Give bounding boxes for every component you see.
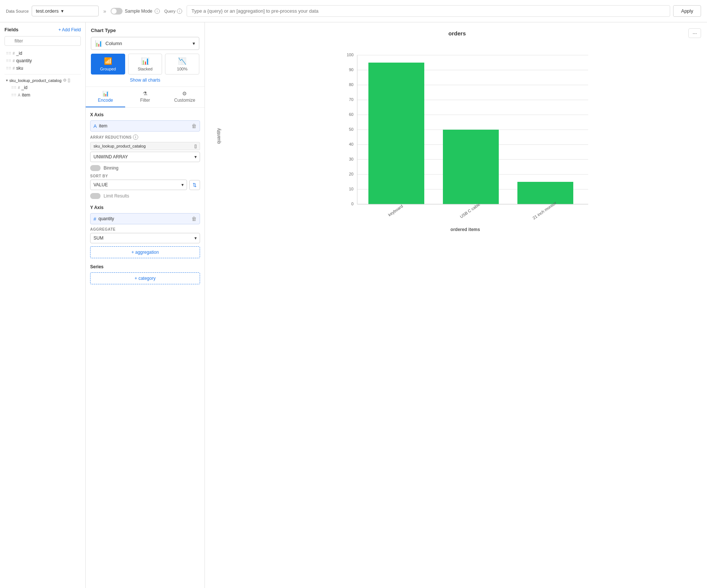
query-info-icon[interactable]: i xyxy=(177,9,182,14)
chart-variant-100[interactable]: 📉 100% xyxy=(165,54,199,75)
lookup-group: ▾ sku_lookup_product_catalog ⚙ [] ⠿⠿ _id… xyxy=(4,77,81,99)
apply-button[interactable]: Apply xyxy=(673,5,701,17)
field-name: quantity xyxy=(16,58,32,63)
fields-filter-input[interactable] xyxy=(4,36,81,46)
grouped-chart-icon: 📶 xyxy=(104,57,112,65)
datasource-section: Data Source test.orders ▾ xyxy=(6,6,99,16)
limit-row: Limit Results xyxy=(90,193,200,199)
array-reductions-label: ARRAY REDUCTIONS i xyxy=(90,135,200,140)
add-aggregation-button[interactable]: + aggregation xyxy=(90,246,200,258)
add-field-button[interactable]: + Add Field xyxy=(58,27,81,32)
sort-select[interactable]: VALUE ▾ xyxy=(90,180,187,190)
lookup-field-item[interactable]: ⠿⠿ item xyxy=(10,91,81,99)
drag-handle-icon: ⠿⠿ xyxy=(6,66,11,70)
array-reductions: ARRAY REDUCTIONS i sku_lookup_product_ca… xyxy=(90,135,200,162)
datasource-chevron-icon: ▾ xyxy=(61,8,64,14)
svg-text:70: 70 xyxy=(349,97,354,102)
y-axis-field-pill: quantity 🗑 xyxy=(90,213,200,224)
lookup-header[interactable]: ▾ sku_lookup_product_catalog ⚙ [] xyxy=(4,77,81,84)
fields-title: Fields xyxy=(4,27,19,32)
sort-row: VALUE ▾ ⇅ xyxy=(90,180,200,190)
field-name: item xyxy=(22,92,31,98)
filter-tab-icon: ⚗ xyxy=(143,91,148,97)
array-reduction-dropdown[interactable]: UNWIND ARRAY ▾ xyxy=(90,152,200,162)
fields-panel: Fields + Add Field 🔍 ⠿⠿ _id ⠿⠿ quantity … xyxy=(0,22,86,588)
tab-encode[interactable]: 📊 Encode xyxy=(86,87,125,107)
svg-text:0: 0 xyxy=(351,202,354,206)
top-bar: Data Source test.orders ▾ » Sample Mode … xyxy=(0,0,707,22)
x-axis-field-pill: A item 🗑 xyxy=(90,120,200,132)
chart-menu-button[interactable]: ··· xyxy=(688,28,701,38)
y-axis-field-name: quantity xyxy=(98,216,114,221)
svg-text:20: 20 xyxy=(349,172,354,176)
fields-header: Fields + Add Field xyxy=(4,27,81,32)
lookup-children: ⠿⠿ _id ⠿⠿ item xyxy=(4,84,81,99)
series-label: Series xyxy=(90,264,200,269)
chart-variant-grouped[interactable]: 📶 Grouped xyxy=(91,54,125,75)
chart-variants: 📶 Grouped 📊 Stacked 📉 100% xyxy=(91,54,199,75)
svg-text:30: 30 xyxy=(349,157,354,161)
array-reduction-chevron-icon: ▾ xyxy=(194,154,197,159)
sample-mode-label: Sample Mode xyxy=(125,9,152,14)
query-row: Apply xyxy=(187,5,701,17)
field-pill-number-icon xyxy=(93,216,96,222)
chart-panel: orders ··· quantity 0 10 20 30 40 xyxy=(205,22,707,588)
chart-type-select[interactable]: 📊 Column ▾ xyxy=(91,37,199,50)
field-item-id[interactable]: ⠿⠿ _id xyxy=(4,50,81,57)
field-item-quantity[interactable]: ⠿⠿ quantity xyxy=(4,57,81,64)
array-source: sku_lookup_product_catalog [] xyxy=(90,142,200,150)
svg-text:10: 10 xyxy=(349,187,354,191)
field-pill-left: A item xyxy=(93,123,107,129)
sort-direction-button[interactable]: ⇅ xyxy=(189,180,200,190)
add-category-button[interactable]: + category xyxy=(90,272,200,284)
sort-by-label: SORT BY xyxy=(90,174,200,178)
limit-label: Limit Results xyxy=(104,193,129,199)
bar-usb xyxy=(443,130,499,204)
array-reductions-info-icon[interactable]: i xyxy=(133,135,138,140)
field-type-text-icon xyxy=(18,93,20,97)
bar-label-keyboard: keyboard xyxy=(387,204,404,217)
bar-monitor xyxy=(517,182,573,204)
query-input[interactable] xyxy=(187,5,670,17)
array-source-icons: [] xyxy=(194,144,197,148)
chart-header: orders ··· xyxy=(211,28,701,38)
sample-mode-info-icon[interactable]: i xyxy=(155,9,160,14)
aggregate-label: AGGREGATE xyxy=(90,227,200,231)
svg-text:60: 60 xyxy=(349,112,354,117)
column-chart-icon: 📊 xyxy=(95,40,102,47)
bar-label-usb: USB C cable xyxy=(459,202,481,219)
svg-text:90: 90 xyxy=(349,67,354,72)
datasource-select[interactable]: test.orders ▾ xyxy=(32,6,99,16)
show-all-charts-button[interactable]: Show all charts xyxy=(91,78,199,83)
arrow-right-icon: » xyxy=(103,8,106,14)
field-pill-delete-button[interactable]: 🗑 xyxy=(191,123,197,129)
binning-label: Binning xyxy=(104,165,118,171)
lookup-field-id[interactable]: ⠿⠿ _id xyxy=(10,84,81,91)
tab-filter[interactable]: ⚗ Filter xyxy=(125,87,165,107)
y-field-pill-delete-button[interactable]: 🗑 xyxy=(191,216,197,222)
lookup-chevron-icon: ▾ xyxy=(6,78,8,82)
field-type-number-icon xyxy=(13,59,15,63)
datasource-value: test.orders xyxy=(36,8,58,14)
chart-variant-stacked[interactable]: 📊 Stacked xyxy=(128,54,162,75)
binning-toggle[interactable] xyxy=(90,165,101,171)
tab-filter-label: Filter xyxy=(140,98,150,103)
customize-tab-icon: ⚙ xyxy=(182,91,187,97)
aggregate-dropdown[interactable]: SUM ▾ xyxy=(90,233,200,243)
tab-customize[interactable]: ⚙ Customize xyxy=(165,87,205,107)
field-name: sku xyxy=(16,66,23,71)
array-reduction-value: UNWIND ARRAY xyxy=(93,154,128,159)
tab-customize-label: Customize xyxy=(174,98,195,103)
datasource-label: Data Source xyxy=(6,9,29,13)
encode-content: X Axis A item 🗑 ARRAY REDUCTIONS i sku_l… xyxy=(86,108,205,289)
array-source-name: sku_lookup_product_catalog xyxy=(93,144,146,148)
drag-handle-icon: ⠿⠿ xyxy=(11,93,16,97)
x-axis-label: X Axis xyxy=(90,112,200,117)
encode-tabs: 📊 Encode ⚗ Filter ⚙ Customize xyxy=(86,87,205,108)
sample-mode-toggle[interactable] xyxy=(111,8,123,15)
field-item-sku[interactable]: ⠿⠿ sku xyxy=(4,64,81,72)
main-layout: Fields + Add Field 🔍 ⠿⠿ _id ⠿⠿ quantity … xyxy=(0,22,707,588)
limit-toggle[interactable] xyxy=(90,193,101,199)
tab-encode-label: Encode xyxy=(98,98,113,103)
stacked-chart-icon: 📊 xyxy=(141,57,149,65)
